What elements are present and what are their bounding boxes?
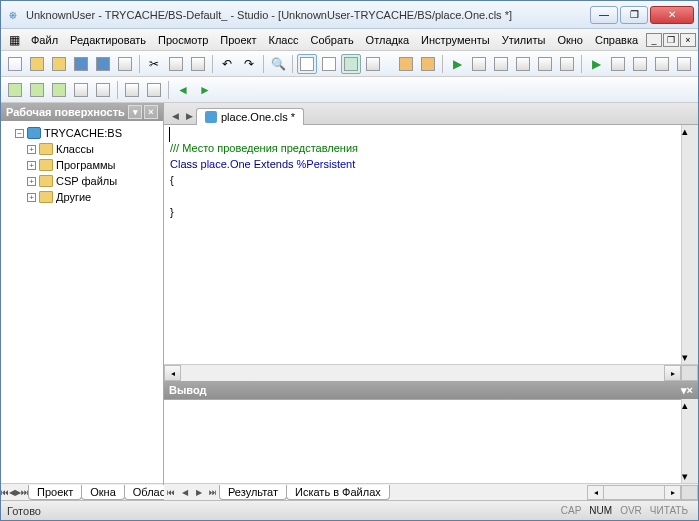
tab-scroll-right-icon[interactable]: ▶ xyxy=(182,108,196,124)
copy-icon[interactable] xyxy=(166,54,186,74)
tree-node-programs[interactable]: + Программы xyxy=(27,157,161,173)
view-toggle-icon[interactable] xyxy=(363,54,383,74)
menu-help[interactable]: Справка xyxy=(589,31,644,49)
sidebar-dropdown-icon[interactable]: ▾ xyxy=(128,105,142,119)
tab-nav-first-icon[interactable]: ⏮ xyxy=(1,485,9,499)
output-close-icon[interactable]: × xyxy=(687,384,693,396)
tree-node-classes[interactable]: + Классы xyxy=(27,141,161,157)
folder-icon xyxy=(39,175,53,187)
scroll-down-icon[interactable]: ▾ xyxy=(682,351,698,364)
view-inspector-icon[interactable] xyxy=(341,54,361,74)
menu-tools[interactable]: Инструменты xyxy=(415,31,496,49)
editor-hscrollbar[interactable]: ◂ ▸ xyxy=(164,364,698,381)
save-icon[interactable] xyxy=(71,54,91,74)
save-all-icon[interactable] xyxy=(93,54,113,74)
tab-windows[interactable]: Окна xyxy=(81,485,125,500)
debug-stop-icon[interactable] xyxy=(469,54,489,74)
cut-icon[interactable]: ✂ xyxy=(144,54,164,74)
code-editor[interactable]: /// Место проведения представленияClass … xyxy=(164,125,681,364)
scroll-up-icon[interactable]: ▴ xyxy=(682,125,698,138)
sc-d-icon[interactable] xyxy=(71,80,91,100)
menu-edit[interactable]: Редактировать xyxy=(64,31,152,49)
sc-f-icon[interactable] xyxy=(122,80,142,100)
compile-icon[interactable] xyxy=(396,54,416,74)
tree-node-other[interactable]: + Другие xyxy=(27,189,161,205)
collapse-icon[interactable]: − xyxy=(15,129,24,138)
debug-step-icon[interactable] xyxy=(513,54,533,74)
open-project-icon[interactable] xyxy=(49,54,69,74)
menu-debug[interactable]: Отладка xyxy=(360,31,415,49)
menu-project[interactable]: Проект xyxy=(214,31,262,49)
mdi-minimize-button[interactable]: _ xyxy=(646,33,662,47)
tool-b-icon[interactable] xyxy=(630,54,650,74)
build-icon[interactable] xyxy=(418,54,438,74)
minimize-button[interactable]: — xyxy=(590,6,618,24)
output-panel[interactable] xyxy=(164,399,681,483)
tree-node-csp[interactable]: + CSP файлы xyxy=(27,173,161,189)
debug-go-icon[interactable]: ▶ xyxy=(447,54,467,74)
tab-nav-next-icon[interactable]: ▶ xyxy=(192,485,206,499)
menu-file[interactable]: Файл xyxy=(25,31,64,49)
tool-d-icon[interactable] xyxy=(674,54,694,74)
undo-icon[interactable]: ↶ xyxy=(217,54,237,74)
debug-stepover-icon[interactable] xyxy=(535,54,555,74)
scroll-right-icon[interactable]: ▸ xyxy=(664,485,681,500)
sc-c-icon[interactable] xyxy=(49,80,69,100)
tree-root[interactable]: − TRYCACHE:BS xyxy=(15,125,161,141)
tab-find-in-files[interactable]: Искать в Файлах xyxy=(286,485,390,500)
find-icon[interactable]: 🔍 xyxy=(268,54,288,74)
editor-vscrollbar[interactable]: ▴ ▾ xyxy=(681,125,698,364)
maximize-button[interactable]: ❐ xyxy=(620,6,648,24)
menu-build[interactable]: Собрать xyxy=(304,31,359,49)
tab-nav-first-icon[interactable]: ⏮ xyxy=(164,485,178,499)
new-file-icon[interactable] xyxy=(5,54,25,74)
expand-icon[interactable]: + xyxy=(27,145,36,154)
sidebar-close-icon[interactable]: × xyxy=(144,105,158,119)
app-menu-icon[interactable]: ▦ xyxy=(6,32,22,48)
size-grip[interactable] xyxy=(681,485,698,500)
paste-icon[interactable] xyxy=(188,54,208,74)
scroll-right-icon[interactable]: ▸ xyxy=(664,365,681,381)
view-other-icon[interactable] xyxy=(319,54,339,74)
mdi-close-button[interactable]: × xyxy=(680,33,696,47)
tool-c-icon[interactable] xyxy=(652,54,672,74)
sidebar: Рабочая поверхность ▾ × − TRYCACHE:BS + … xyxy=(1,103,164,500)
work-area: Рабочая поверхность ▾ × − TRYCACHE:BS + … xyxy=(1,103,698,500)
scroll-down-icon[interactable]: ▾ xyxy=(682,470,698,483)
sc-b-icon[interactable] xyxy=(27,80,47,100)
size-grip[interactable] xyxy=(681,365,698,381)
expand-icon[interactable]: + xyxy=(27,193,36,202)
tab-result[interactable]: Результат xyxy=(219,485,287,500)
debug-pause-icon[interactable] xyxy=(491,54,511,74)
menu-utils[interactable]: Утилиты xyxy=(496,31,552,49)
expand-icon[interactable]: + xyxy=(27,177,36,186)
mdi-restore-button[interactable]: ❐ xyxy=(663,33,679,47)
print-icon[interactable] xyxy=(115,54,135,74)
editor-tab[interactable]: place.One.cls * xyxy=(196,108,304,125)
nav-fwd-icon[interactable]: ► xyxy=(195,80,215,100)
menu-view[interactable]: Просмотр xyxy=(152,31,214,49)
tab-scroll-left-icon[interactable]: ◀ xyxy=(168,108,182,124)
tab-nav-last-icon[interactable]: ⏭ xyxy=(206,485,220,499)
workspace-tree[interactable]: − TRYCACHE:BS + Классы + Программы + CSP… xyxy=(1,121,163,483)
sc-g-icon[interactable] xyxy=(144,80,164,100)
view-code-icon[interactable] xyxy=(297,54,317,74)
redo-icon[interactable]: ↷ xyxy=(239,54,259,74)
expand-icon[interactable]: + xyxy=(27,161,36,170)
debug-stepout-icon[interactable] xyxy=(557,54,577,74)
sc-e-icon[interactable] xyxy=(93,80,113,100)
menu-window[interactable]: Окно xyxy=(551,31,589,49)
tab-project[interactable]: Проект xyxy=(28,485,82,500)
scroll-left-icon[interactable]: ◂ xyxy=(587,485,604,500)
open-icon[interactable] xyxy=(27,54,47,74)
nav-back-icon[interactable]: ◄ xyxy=(173,80,193,100)
tool-a-icon[interactable] xyxy=(608,54,628,74)
scroll-left-icon[interactable]: ◂ xyxy=(164,365,181,381)
menu-class[interactable]: Класс xyxy=(263,31,305,49)
close-button[interactable]: ✕ xyxy=(650,6,694,24)
scroll-up-icon[interactable]: ▴ xyxy=(682,399,698,412)
bookmark-icon[interactable] xyxy=(5,80,25,100)
tab-nav-prev-icon[interactable]: ◀ xyxy=(178,485,192,499)
run-icon[interactable]: ▶ xyxy=(586,54,606,74)
output-vscrollbar[interactable]: ▴ ▾ xyxy=(681,399,698,483)
